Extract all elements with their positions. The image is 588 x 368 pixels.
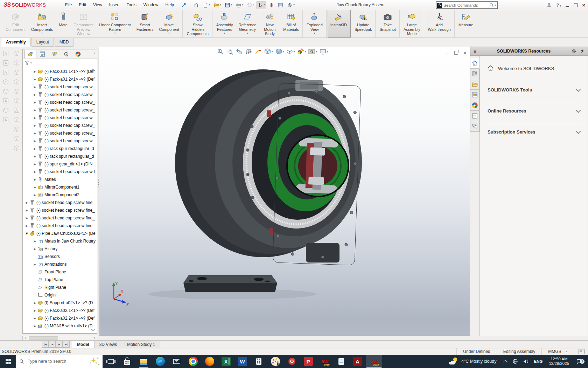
file-explorer-icon[interactable]: [135, 355, 152, 368]
last-tab-button[interactable]: ▶|: [63, 341, 70, 348]
add-walk-through-button[interactable]: Add Walk-through ▾: [425, 10, 455, 38]
solidworks-resources-tab[interactable]: [470, 58, 479, 69]
status-item[interactable]: Under Defined: [456, 348, 496, 355]
command-search[interactable]: S ▾: [436, 1, 498, 9]
left-toolbar-icon[interactable]: [13, 97, 20, 104]
expand-arrow[interactable]: [33, 101, 37, 104]
zoom-to-fit-button[interactable]: [216, 48, 225, 56]
scroll-right-arrow[interactable]: ›: [92, 336, 97, 340]
left-toolbar-icon[interactable]: [2, 107, 9, 114]
open-button[interactable]: [212, 1, 223, 9]
tree-horizontal-scrollbar[interactable]: ‹ ›: [22, 336, 97, 340]
expand-tabs-arrow[interactable]: ›: [94, 51, 95, 56]
options-button[interactable]: [286, 1, 296, 9]
expand-arrow[interactable]: [33, 240, 37, 243]
tree-row[interactable]: (-) socket head cap screw_: [23, 91, 97, 98]
search-dropdown-arrow[interactable]: ▾: [494, 4, 497, 7]
linear-component-pattern-button[interactable]: Linear Component Pattern ▾: [96, 10, 134, 38]
tree-row[interactable]: (-) rack spur rectangular_d: [23, 145, 97, 152]
language-indicator[interactable]: ENG: [531, 359, 546, 363]
featuremanager-tab[interactable]: [24, 50, 36, 59]
tree-row[interactable]: (-) socket head cap screw f: [23, 168, 97, 176]
left-toolbar-icon[interactable]: [2, 60, 9, 66]
tray-overflow-chevron-icon[interactable]: [503, 360, 507, 364]
doc-minimize-button[interactable]: [446, 51, 449, 54]
menu-item[interactable]: View: [90, 0, 106, 10]
close-button[interactable]: ×: [582, 2, 585, 8]
taskbar-clock[interactable]: 12:50 AM 12/28/2025: [546, 357, 572, 366]
tab-motion-study-1[interactable]: Motion Study 1: [122, 341, 160, 348]
expand-arrow[interactable]: [24, 217, 29, 220]
tree-row[interactable]: (-) socket head cap screw_: [23, 129, 97, 137]
configurationmanager-tab[interactable]: [48, 50, 60, 59]
tree-row[interactable]: (f) Support-a02<1> ->? (D: [23, 299, 97, 307]
tab-model[interactable]: Model: [72, 341, 94, 348]
measure-button[interactable]: Measure ▾: [456, 10, 476, 38]
expand-arrow[interactable]: [33, 301, 37, 305]
collapse-pane-icon[interactable]: «: [474, 48, 476, 54]
large-assembly-mode-button[interactable]: Large Assembly Mode ▾: [401, 10, 424, 38]
tree-row[interactable]: (-) MGN15 with rail<1> (D: [23, 322, 97, 330]
left-toolbar-icon[interactable]: [2, 50, 9, 57]
expand-arrow[interactable]: [33, 70, 37, 73]
show-hidden-components-button[interactable]: Show Hidden Components ▾: [184, 10, 212, 38]
tree-row[interactable]: (-) socket head cap screw_: [23, 137, 97, 145]
tree-row[interactable]: Mates in Jaw Chuck Rotary: [23, 237, 97, 245]
expand-arrow[interactable]: [33, 193, 37, 197]
volume-icon[interactable]: [520, 359, 531, 364]
task-pane-section[interactable]: SOLIDWORKS Tools: [486, 82, 581, 103]
menu-item[interactable]: Tools: [123, 0, 140, 10]
solidworks-icon[interactable]: [316, 355, 333, 368]
assembly-3d-model[interactable]: Y Z X: [99, 47, 470, 336]
view-settings-button[interactable]: [318, 48, 329, 56]
weather-widget[interactable]: 4°C Mostly cloudy: [445, 357, 500, 366]
red-circle-app-icon[interactable]: [284, 355, 300, 368]
pin-menu-icon[interactable]: [181, 2, 187, 8]
left-toolbar-icon[interactable]: [2, 69, 9, 76]
select-button[interactable]: [257, 1, 267, 9]
home-button[interactable]: [192, 1, 200, 9]
left-toolbar-icon[interactable]: [13, 145, 20, 151]
instant3d-button[interactable]: Instant3D ▾: [328, 10, 351, 38]
menu-item[interactable]: Window: [140, 0, 162, 10]
expand-arrow[interactable]: [33, 247, 37, 251]
expand-arrow[interactable]: [33, 86, 37, 89]
section-view-button[interactable]: [244, 48, 253, 56]
take-snapshot-button[interactable]: Take Snapshot ▾: [377, 10, 399, 38]
expand-arrow[interactable]: [33, 139, 37, 143]
task-view-button[interactable]: [103, 355, 119, 368]
expand-arrow[interactable]: [33, 124, 37, 127]
word-icon[interactable]: [234, 355, 251, 368]
left-toolbar-icon[interactable]: [13, 88, 20, 95]
tree-row[interactable]: (-) rack spur rectangular_d: [23, 152, 97, 160]
left-toolbar-icon[interactable]: [13, 60, 20, 66]
status-item[interactable]: MMGS: [541, 348, 574, 355]
p-app-icon[interactable]: [300, 355, 316, 368]
tree-row[interactable]: MirrorComponent1: [23, 183, 97, 191]
left-toolbar-icon[interactable]: [2, 79, 9, 85]
prev-tab-button[interactable]: ◀: [49, 341, 56, 348]
tree-row[interactable]: (-) socket head cap screw_: [23, 114, 97, 122]
left-toolbar-icon[interactable]: [13, 79, 20, 85]
network-icon[interactable]: [510, 359, 520, 364]
tree-row[interactable]: (-) socket head cap screw_: [23, 98, 97, 106]
previous-view-button[interactable]: [235, 48, 244, 56]
pane-pin-icon[interactable]: [579, 49, 584, 54]
left-toolbar-icon[interactable]: [13, 135, 20, 142]
tree-row[interactable]: Annotations: [23, 260, 97, 268]
expand-arrow[interactable]: [33, 309, 37, 312]
tree-row[interactable]: Sensors: [23, 253, 97, 260]
expand-arrow[interactable]: [24, 224, 29, 227]
solidworks-forum-tab[interactable]: [470, 121, 479, 132]
tab-3d-views[interactable]: 3D Views: [94, 341, 122, 348]
displaymanager-tab[interactable]: [72, 50, 84, 59]
tree-row[interactable]: (-) socket head cap screw fine_: [23, 214, 97, 222]
expand-arrow[interactable]: [24, 232, 29, 235]
smart-fasteners-button[interactable]: Smart Fasteners ▾: [134, 10, 156, 38]
menu-item[interactable]: Insert: [106, 0, 123, 10]
taskbar-search[interactable]: [16, 355, 103, 368]
view-palette-tab[interactable]: [470, 90, 479, 100]
tree-row[interactable]: (-) Fack-a02.1<1> ->? (Def: [23, 307, 97, 314]
expand-arrow[interactable]: [33, 263, 37, 266]
start-button[interactable]: [0, 355, 16, 368]
